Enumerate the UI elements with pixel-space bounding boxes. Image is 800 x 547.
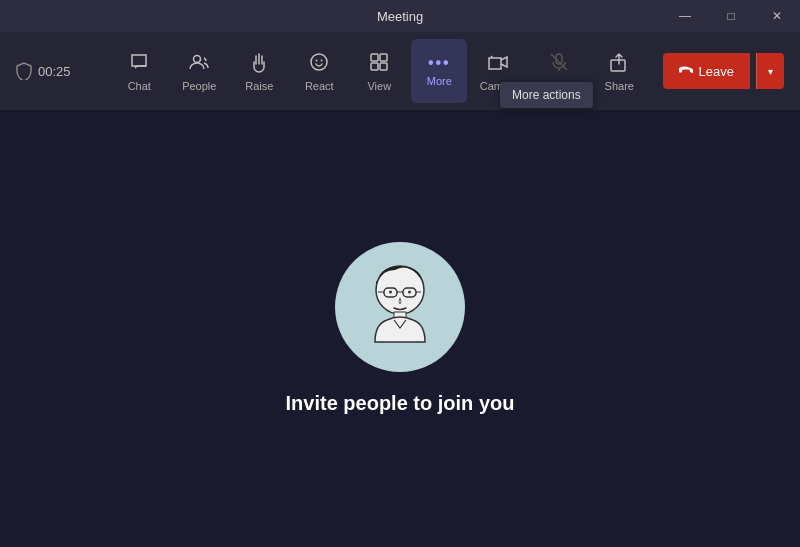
svg-rect-6 (371, 63, 378, 70)
view-label: View (367, 80, 391, 92)
svg-rect-4 (371, 54, 378, 61)
people-label: People (182, 80, 216, 92)
raise-button[interactable]: Raise (231, 39, 287, 103)
toolbar-right: Leave ▾ (663, 53, 784, 89)
phone-icon (679, 64, 693, 78)
more-icon: ••• (428, 55, 451, 71)
leave-button[interactable]: Leave (663, 53, 750, 89)
react-icon (308, 51, 330, 76)
view-icon (368, 51, 390, 76)
timer-section: 00:25 (16, 62, 96, 80)
shield-icon (16, 62, 32, 80)
camera-icon (488, 51, 510, 76)
more-button[interactable]: ••• More (411, 39, 467, 103)
toolbar: 00:25 Chat People (0, 32, 800, 110)
main-content: Invite people to join you (0, 110, 800, 547)
chat-button[interactable]: Chat (111, 39, 167, 103)
window-title: Meeting (377, 9, 423, 24)
chat-label: Chat (128, 80, 151, 92)
svg-point-20 (408, 291, 411, 294)
svg-point-2 (316, 59, 318, 61)
share-label: Share (605, 80, 634, 92)
window-controls: — □ ✕ (662, 0, 800, 32)
close-button[interactable]: ✕ (754, 0, 800, 32)
share-button[interactable]: Share (591, 39, 647, 103)
title-bar: Meeting — □ ✕ (0, 0, 800, 32)
svg-point-1 (311, 54, 327, 70)
more-label: More (427, 75, 452, 87)
avatar (335, 242, 465, 372)
mic-icon (548, 51, 570, 76)
chat-icon (128, 51, 150, 76)
more-actions-tooltip: More actions (500, 82, 593, 108)
share-icon (608, 51, 630, 76)
maximize-button[interactable]: □ (708, 0, 754, 32)
invite-text: Invite people to join you (286, 392, 515, 415)
svg-rect-7 (380, 63, 387, 70)
svg-point-3 (321, 59, 323, 61)
leave-dropdown-button[interactable]: ▾ (756, 53, 784, 89)
raise-label: Raise (245, 80, 273, 92)
raise-icon (248, 51, 270, 76)
timer-display: 00:25 (38, 64, 71, 79)
tooltip-text: More actions (512, 88, 581, 102)
svg-point-19 (389, 291, 392, 294)
people-icon (188, 51, 210, 76)
leave-label: Leave (699, 64, 734, 79)
person-illustration (345, 252, 455, 362)
svg-rect-5 (380, 54, 387, 61)
svg-point-0 (194, 55, 201, 62)
people-button[interactable]: People (171, 39, 227, 103)
minimize-button[interactable]: — (662, 0, 708, 32)
view-button[interactable]: View (351, 39, 407, 103)
react-label: React (305, 80, 334, 92)
react-button[interactable]: React (291, 39, 347, 103)
svg-rect-12 (611, 60, 625, 71)
